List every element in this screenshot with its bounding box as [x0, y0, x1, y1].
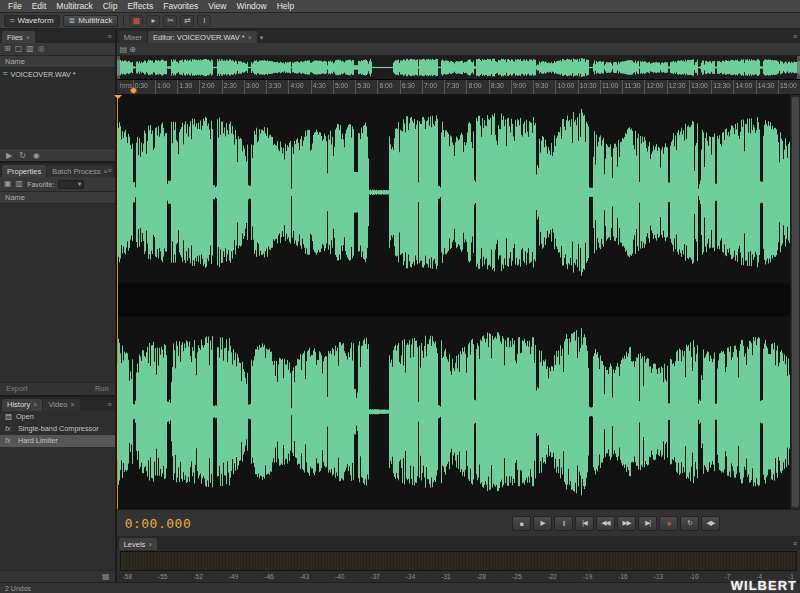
- menu-item-favorites[interactable]: Favorites: [158, 1, 203, 11]
- file-name-label: VOICEOVER.WAV *: [10, 70, 75, 79]
- panel-menu-icon[interactable]: ≡: [108, 33, 112, 40]
- transport-skip-to-start[interactable]: |◀: [575, 516, 594, 531]
- fx-icon: fx: [5, 437, 14, 444]
- ruler-label: 7:30: [444, 80, 466, 94]
- close-icon[interactable]: ×: [148, 541, 152, 548]
- ruler-label: 7:00: [422, 80, 444, 94]
- close-icon[interactable]: ×: [70, 401, 74, 408]
- menu-item-window[interactable]: Window: [231, 1, 271, 11]
- file-row-voiceover[interactable]: ≈ VOICEOVER.WAV *: [0, 68, 115, 80]
- slip-tool-icon[interactable]: ⇄: [180, 15, 194, 27]
- favorite-dropdown[interactable]: ▾: [58, 180, 84, 189]
- play-icon[interactable]: ▶: [6, 151, 12, 160]
- loop-icon[interactable]: ↻: [19, 151, 26, 160]
- ruler-label: 15:00: [778, 80, 800, 94]
- transport-loop[interactable]: ↻: [680, 516, 699, 531]
- ruler-label: 5:00: [333, 80, 355, 94]
- transport-pause[interactable]: II: [554, 516, 573, 531]
- panel-menu-icon[interactable]: ≡: [108, 401, 112, 408]
- playhead-line[interactable]: [117, 95, 118, 509]
- find-icon[interactable]: ◎: [38, 45, 45, 53]
- meter-scale-label: -19: [583, 573, 592, 580]
- properties-empty-list: [0, 204, 115, 382]
- tab-editor[interactable]: Editor: VOICEOVER.WAV * ×: [148, 31, 257, 43]
- history-item[interactable]: fxHard Limiter: [0, 435, 115, 447]
- menu-item-file[interactable]: File: [3, 1, 27, 11]
- ruler-label: 14:30: [756, 80, 778, 94]
- meter-scale: -58-55-52-49-46-43-40-37-34-31-28-25-22-…: [117, 571, 800, 582]
- import-file-icon[interactable]: ⊞: [4, 45, 11, 53]
- tab-video[interactable]: Video ×: [43, 399, 79, 411]
- tab-levels[interactable]: Levels ×: [119, 538, 158, 550]
- history-item[interactable]: fxSingle-band Compressor: [0, 423, 115, 435]
- move-tool-icon[interactable]: ▸: [146, 15, 160, 27]
- scrollbar-thumb[interactable]: [792, 97, 799, 507]
- transport-skip-selection[interactable]: ◀▶: [701, 516, 720, 531]
- ruler-label: 2:30: [222, 80, 244, 94]
- new-file-icon[interactable]: ▢: [15, 45, 23, 53]
- tab-files-label: Files: [7, 33, 23, 42]
- effect-icon[interactable]: ▣: [4, 180, 12, 188]
- timeline-ruler[interactable]: hms 0:301:001:302:002:303:003:304:004:30…: [117, 80, 800, 95]
- close-icon[interactable]: ×: [248, 34, 252, 41]
- playhead-marker[interactable]: [130, 87, 137, 94]
- chevron-down-icon[interactable]: ▾: [258, 34, 266, 43]
- menu-item-multitrack[interactable]: Multitrack: [51, 1, 97, 11]
- insert-into-multitrack-icon[interactable]: ▥: [26, 45, 34, 53]
- show-pitch-display-icon[interactable]: ⊕: [129, 45, 136, 54]
- audio-file-icon: ≈: [3, 70, 7, 78]
- transport-buttons: ■▶II|◀◀◀▶▶▶|●↻◀▶: [512, 516, 720, 531]
- tab-mixer-label: Mixer: [124, 33, 142, 42]
- menu-item-clip[interactable]: Clip: [98, 1, 123, 11]
- menu-item-effects[interactable]: Effects: [122, 1, 158, 11]
- main-waveform-canvas[interactable]: [117, 95, 790, 509]
- meter-scale-label: -58: [123, 573, 132, 580]
- transport-skip-to-end[interactable]: ▶|: [638, 516, 657, 531]
- workspace-icon[interactable]: ▦: [129, 15, 143, 27]
- razor-tool-icon[interactable]: ✂: [163, 15, 177, 27]
- overview-left-handle[interactable]: [117, 56, 120, 79]
- multitrack-view-button[interactable]: ≣ Multitrack: [63, 15, 119, 27]
- export-label[interactable]: Export: [6, 384, 28, 393]
- panel-menu-icon[interactable]: ≡: [793, 33, 797, 40]
- menu-item-edit[interactable]: Edit: [27, 1, 52, 11]
- autoplay-icon[interactable]: ◉: [33, 151, 40, 160]
- transport-stop[interactable]: ■: [512, 516, 531, 531]
- panel-menu-icon[interactable]: ≡: [793, 540, 797, 547]
- tab-files[interactable]: Files ×: [2, 31, 35, 43]
- tab-history[interactable]: History ×: [2, 399, 42, 411]
- ruler-label: 11:00: [600, 80, 622, 94]
- waveform-view-button[interactable]: ≈ Waveform: [4, 15, 60, 27]
- trash-icon[interactable]: ▦: [102, 572, 110, 581]
- save-settings-icon[interactable]: ▥: [16, 180, 24, 188]
- overview-waveform-canvas[interactable]: [117, 56, 800, 79]
- close-icon[interactable]: ×: [26, 34, 30, 41]
- meter-scale-label: -46: [264, 573, 273, 580]
- tool-icons-group: ▦▸✂⇄I: [129, 15, 211, 27]
- transport-fast-forward[interactable]: ▶▶: [617, 516, 636, 531]
- close-icon[interactable]: ×: [33, 401, 37, 408]
- transport-record[interactable]: ●: [659, 516, 678, 531]
- menu-item-view[interactable]: View: [203, 1, 231, 11]
- tab-batch-label: Batch Process: [52, 167, 100, 176]
- transport-rewind[interactable]: ◀◀: [596, 516, 615, 531]
- time-selection-tool-icon[interactable]: I: [197, 15, 211, 27]
- run-button[interactable]: Run: [95, 384, 109, 393]
- properties-toolbar: ▣▥ Favorite: ▾: [0, 177, 115, 192]
- tab-properties[interactable]: Properties: [2, 165, 46, 177]
- waveform-display[interactable]: [117, 95, 800, 509]
- vertical-scrollbar[interactable]: [790, 95, 800, 509]
- ruler-label: 5:30: [355, 80, 377, 94]
- transport-play[interactable]: ▶: [533, 516, 552, 531]
- menu-item-help[interactable]: Help: [272, 1, 299, 11]
- multitrack-view-label: Multitrack: [78, 16, 112, 25]
- favorite-label: Favorite:: [27, 181, 54, 188]
- ruler-label: 13:00: [689, 80, 711, 94]
- status-bar: 2 Undos: [0, 582, 800, 593]
- show-spectral-display-icon[interactable]: ▤: [120, 45, 128, 54]
- ruler-label: 8:30: [489, 80, 511, 94]
- tab-mixer[interactable]: Mixer: [119, 31, 147, 43]
- history-item[interactable]: ▤Open: [0, 411, 115, 423]
- panel-menu-icon[interactable]: ≡: [108, 167, 112, 174]
- tab-batch-process[interactable]: Batch Process ×: [47, 165, 112, 177]
